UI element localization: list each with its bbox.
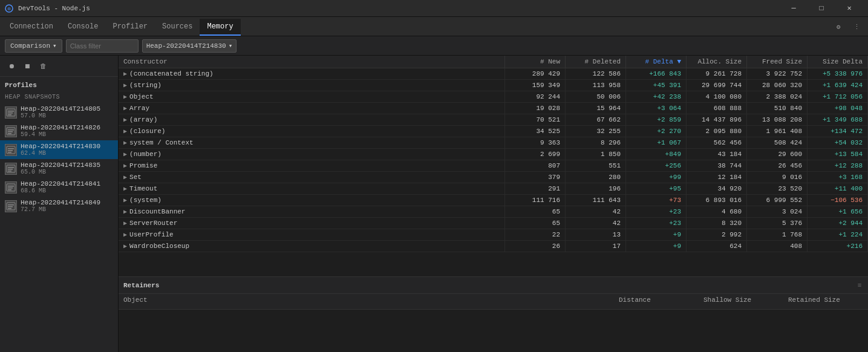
sidebar-actions: ⏺ ⏹ 🗑 (0, 56, 118, 77)
delete-icon-btn[interactable]: 🗑 (36, 59, 50, 73)
expand-arrow-icon: ▶ (123, 82, 127, 89)
table-row[interactable]: ▶ Array 19 028 15 964 +3 064 608 888 510… (119, 103, 868, 114)
table-row[interactable]: ▶ (array) 70 521 67 662 +2 859 14 437 89… (119, 114, 868, 126)
table-row[interactable]: ▶ UserProfile 22 13 +9 2 992 1 768 +1 22… (119, 229, 868, 241)
snapshot-item[interactable]: Heap-20220414T214841 68.6 MB (0, 178, 118, 197)
td-freed-size: 2 388 024 (747, 91, 808, 102)
retainers-scroll-icon: ≡ (853, 279, 866, 292)
stop-icon-btn[interactable]: ⏹ (21, 59, 34, 73)
constructor-name: UserProfile (129, 231, 174, 238)
th-new[interactable]: # New (505, 56, 566, 68)
snapshot-item[interactable]: Heap-20220414T214826 59.4 MB (0, 122, 118, 140)
table-row[interactable]: ▶ ServerRouter 65 42 +23 8 320 5 376 +2 … (119, 218, 868, 229)
snapshot-item[interactable]: Heap-20220414T214849 72.7 MB (0, 197, 118, 215)
td-delta: +23 (626, 218, 687, 229)
snapshot-size: 65.0 MB (21, 169, 113, 175)
td-deleted: 1 850 (566, 149, 626, 160)
table-row[interactable]: ▶ Object 92 244 50 006 +42 238 4 100 080… (119, 91, 868, 103)
th-delta[interactable]: # Delta ▼ (626, 56, 687, 68)
expand-arrow-icon: ▶ (123, 162, 127, 169)
td-constructor: ▶ (closure) (119, 126, 505, 137)
more-options-btn[interactable]: ⋮ (850, 20, 863, 33)
td-alloc-size: 29 699 744 (687, 80, 747, 91)
snapshot-item[interactable]: Heap-20220414T214805 57.0 MB (0, 103, 118, 122)
td-constructor: ▶ (number) (119, 149, 505, 160)
snapshot-item[interactable]: Heap-20220414T214830 62.4 MB (0, 140, 118, 159)
table-row[interactable]: ▶ system / Context 9 363 8 296 +1 067 56… (119, 137, 868, 149)
td-size-delta: +134 472 (808, 126, 868, 137)
td-constructor: ▶ Set (119, 172, 505, 183)
td-new: 379 (505, 172, 566, 183)
th-alloc-size[interactable]: Alloc. Size (687, 56, 747, 68)
table-row[interactable]: ▶ (closure) 34 525 32 255 +2 270 2 095 8… (119, 126, 868, 137)
td-constructor: ▶ system / Context (119, 137, 505, 148)
td-deleted: 551 (566, 160, 626, 171)
svg-text:⚙: ⚙ (8, 6, 11, 11)
table-row[interactable]: ▶ WardrobeCloseup 26 17 +9 624 408 +216 (119, 241, 868, 252)
constructor-name: Object (129, 93, 154, 100)
td-new: 9 363 (505, 137, 566, 148)
tab-console[interactable]: Console (60, 19, 105, 36)
record-icon-btn[interactable]: ⏺ (5, 59, 18, 73)
tab-sources[interactable]: Sources (155, 19, 200, 36)
td-new: 26 (505, 241, 566, 252)
svg-rect-16 (8, 169, 13, 170)
td-alloc-size: 2 992 (687, 229, 747, 240)
settings-icon-btn[interactable]: ⚙ (832, 20, 845, 33)
expand-arrow-icon: ▶ (123, 220, 127, 227)
snapshot-item[interactable]: Heap-20220414T214835 65.0 MB (0, 159, 118, 178)
maximize-button[interactable]: □ (808, 0, 835, 17)
td-delta: +256 (626, 160, 687, 171)
tab-memory[interactable]: Memory (200, 19, 240, 36)
td-freed-size: 1 768 (747, 229, 808, 240)
snapshot-list: Heap-20220414T214805 57.0 MB Heap-202204… (0, 103, 118, 215)
td-delta: +23 (626, 206, 687, 217)
td-constructor: ▶ (string) (119, 80, 505, 91)
td-delta: +42 238 (626, 91, 687, 102)
tab-profiler[interactable]: Profiler (105, 19, 155, 36)
table-row[interactable]: ▶ Set 379 280 +99 12 184 9 016 +3 168 (119, 172, 868, 183)
table-row[interactable]: ▶ (number) 2 699 1 850 +849 43 184 29 60… (119, 149, 868, 160)
expand-arrow-icon: ▶ (123, 70, 127, 77)
td-alloc-size: 624 (687, 241, 747, 252)
minimize-button[interactable]: ─ (780, 0, 808, 17)
devtools-icon: ⚙ (5, 4, 13, 13)
table-row[interactable]: ▶ (concatenated string) 289 429 122 586 … (119, 68, 868, 80)
snapshot-info: Heap-20220414T214826 59.4 MB (21, 124, 113, 138)
table-row[interactable]: ▶ (string) 159 349 113 958 +45 391 29 69… (119, 80, 868, 91)
table-row[interactable]: ▶ Timeout 291 196 +95 34 920 23 520 +11 … (119, 183, 868, 195)
td-delta: +166 843 (626, 68, 687, 79)
snapshot-select[interactable]: Heap-20220414T214830 ▾ (142, 39, 237, 53)
table-row[interactable]: ▶ Promise 807 551 +256 38 744 26 456 +12… (119, 160, 868, 172)
th-freed-size[interactable]: Freed Size (747, 56, 808, 68)
expand-arrow-icon: ▶ (123, 185, 127, 192)
comparison-dropdown[interactable]: Comparison ▾ (5, 39, 62, 53)
td-size-delta: +1 224 (808, 229, 868, 240)
table-row[interactable]: ▶ (system) 111 716 111 643 +73 6 893 016… (119, 195, 868, 206)
td-freed-size: 28 060 320 (747, 80, 808, 91)
expand-arrow-icon: ▶ (123, 105, 127, 112)
th-deleted[interactable]: # Deleted (566, 56, 626, 68)
th-size-delta[interactable]: Size Delta (808, 56, 868, 68)
class-filter-input[interactable] (66, 39, 139, 53)
table-row[interactable]: ▶ DiscountBanner 65 42 +23 4 680 3 024 +… (119, 206, 868, 218)
heap-snapshots-title: HEAP SNAPSHOTS (0, 91, 118, 103)
sidebar: ⏺ ⏹ 🗑 Profiles HEAP SNAPSHOTS Heap-20220… (0, 56, 119, 352)
td-alloc-size: 8 320 (687, 218, 747, 229)
snapshot-info: Heap-20220414T214841 68.6 MB (21, 180, 113, 194)
svg-rect-24 (8, 206, 13, 207)
td-deleted: 15 964 (566, 103, 626, 114)
td-new: 19 028 (505, 103, 566, 114)
close-button[interactable]: ✕ (835, 0, 863, 17)
td-alloc-size: 4 680 (687, 206, 747, 217)
expand-arrow-icon: ▶ (123, 139, 127, 146)
td-new: 70 521 (505, 114, 566, 125)
td-constructor: ▶ Array (119, 103, 505, 114)
td-freed-size: 408 (747, 241, 808, 252)
chevron-down-icon: ▾ (229, 42, 233, 50)
tab-connection[interactable]: Connection (2, 19, 60, 36)
th-constructor[interactable]: Constructor (119, 56, 505, 68)
td-new: 22 (505, 229, 566, 240)
td-constructor: ▶ (array) (119, 114, 505, 125)
constructor-name: Timeout (129, 185, 157, 192)
